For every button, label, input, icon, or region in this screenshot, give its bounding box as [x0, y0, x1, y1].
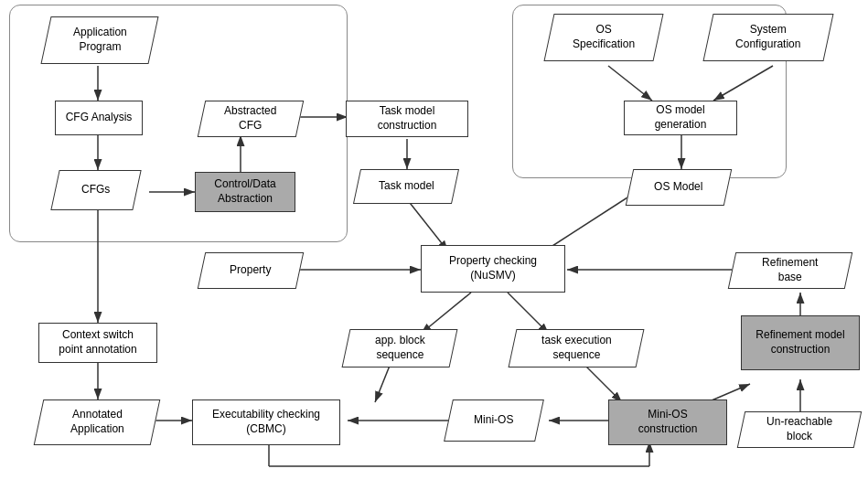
exec-checking-node: Executability checking (CBMC) — [192, 399, 340, 445]
property-node: Property — [198, 252, 305, 289]
cfg-analysis-node: CFG Analysis — [55, 101, 143, 135]
annotated-app-node: Annotated Application — [34, 399, 161, 445]
app-program-node: Application Program — [40, 16, 158, 64]
cfgs-node: CFGs — [50, 170, 141, 210]
svg-line-15 — [508, 293, 549, 334]
os-spec-node: OS Specification — [543, 14, 663, 61]
refinement-model-node: Refinement model construction — [741, 315, 860, 370]
svg-line-8 — [407, 199, 448, 251]
context-switch-node: Context switch point annotation — [38, 323, 157, 363]
sys-config-node: System Configuration — [702, 14, 833, 61]
os-model-node: OS Model — [626, 169, 733, 206]
unreachable-node: Un-reachable block — [737, 411, 863, 448]
task-model-construction-node: Task model construction — [346, 101, 468, 137]
svg-line-14 — [421, 293, 471, 334]
os-model-gen-node: OS model generation — [624, 101, 737, 135]
task-exec-seq-node: task execution sequence — [509, 329, 645, 368]
mini-os-construct-node: Mini-OS construction — [608, 399, 727, 445]
refinement-base-node: Refinement base — [728, 252, 853, 289]
property-checking-node: Property checking (NuSMV) — [421, 245, 565, 293]
task-model-node: Task model — [353, 169, 459, 204]
diagram: Application Program CFG Analysis CFGs Co… — [0, 0, 868, 490]
app-block-seq-node: app. block sequence — [342, 329, 458, 368]
abstracted-cfg-node: Abstracted CFG — [198, 101, 305, 137]
mini-os-node: Mini-OS — [444, 399, 544, 442]
control-data-node: Control/Data Abstraction — [195, 172, 295, 212]
